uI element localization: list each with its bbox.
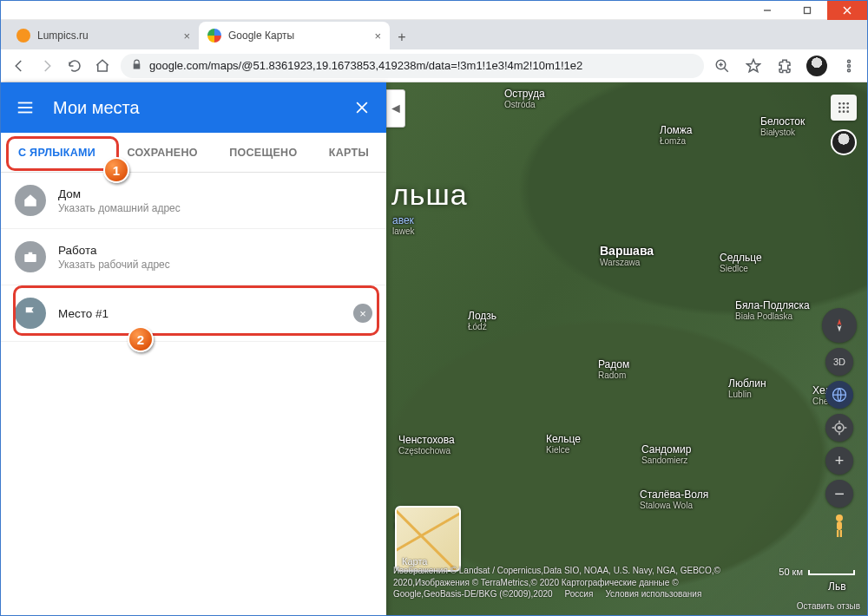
map-label-wloclawek: авекlawek (392, 214, 415, 236)
panel-title: Мои места (53, 98, 334, 118)
place-name: Дом (58, 187, 372, 200)
map-controls-stack: 3D + − (822, 308, 857, 539)
panel-header: Мои места (1, 82, 386, 133)
map-label-stalowa: Сталёва-ВоляStalowa Wola (640, 488, 708, 510)
svg-point-10 (848, 64, 851, 67)
map-label-country: льша (391, 178, 468, 212)
map-label-lublin: ЛюблинLublin (728, 377, 766, 399)
zoom-in-button[interactable]: + (825, 447, 853, 475)
place-name: Работа (58, 244, 372, 257)
place-sub: Указать домашний адрес (58, 202, 372, 214)
flag-icon (15, 298, 46, 329)
map-label-siedlce: СедльцеSiedlce (720, 252, 762, 273)
map-label-bialystok: БелостокBiałystok (760, 115, 805, 137)
zoom-out-button[interactable]: − (825, 480, 853, 508)
svg-point-25 (838, 427, 841, 429)
favicon-lumpics (16, 29, 30, 43)
map-attribution: Изображения © Landsat / Copernicus,Data … (386, 561, 867, 616)
window-minimize-button[interactable] (747, 1, 787, 20)
new-tab-button[interactable]: + (390, 25, 414, 49)
compass-icon[interactable] (822, 308, 857, 343)
3d-toggle-button[interactable]: 3D (825, 348, 853, 376)
svg-marker-8 (747, 59, 760, 71)
place-name: Место #1 (58, 307, 341, 320)
tab-saved[interactable]: СОХРАНЕНО (122, 134, 202, 171)
panel-tabs: С ЯРЛЫКАМИ СОХРАНЕНО ПОСЕЩЕНО КАРТЫ (1, 133, 386, 173)
svg-rect-32 (837, 530, 838, 537)
lock-icon (131, 59, 142, 73)
briefcase-icon (15, 241, 46, 272)
tab-close-button[interactable]: × (183, 29, 190, 43)
map-label-warszawa: ВаршаваWarszawa (600, 244, 654, 267)
browser-window: Lumpics.ru × Google Карты × + google.com… (0, 0, 868, 616)
nav-home-button[interactable] (93, 56, 112, 75)
svg-point-18 (838, 110, 841, 113)
browser-menu-icon[interactable] (839, 56, 858, 75)
map-label-lodz: ЛодзьŁódź (468, 310, 496, 331)
omnibox[interactable]: google.com/maps/@51.8361923,19.1673853,4… (121, 54, 704, 78)
extensions-icon[interactable] (775, 56, 794, 75)
tab-visited[interactable]: ПОСЕЩЕНО (224, 134, 302, 171)
tab-title: Lumpics.ru (37, 29, 176, 42)
svg-point-13 (843, 102, 845, 105)
pegman-icon[interactable] (828, 513, 851, 539)
svg-marker-21 (838, 319, 842, 326)
place-item-work[interactable]: Работа Указать рабочий адрес (1, 229, 386, 285)
globe-icon[interactable] (825, 381, 853, 409)
svg-rect-39 (24, 254, 36, 262)
svg-point-30 (836, 514, 843, 521)
svg-point-11 (848, 69, 851, 71)
window-maximize-button[interactable] (787, 1, 827, 20)
place-item-custom[interactable]: Место #1 × (1, 285, 386, 342)
tab-maps[interactable]: КАРТЫ (324, 134, 374, 171)
close-panel-button[interactable] (352, 97, 372, 118)
tab-google-maps[interactable]: Google Карты × (199, 22, 390, 49)
tab-labeled[interactable]: С ЯРЛЫКАМИ (13, 134, 101, 171)
nav-back-button[interactable] (10, 56, 29, 75)
map-label-biala: Бяла-ПодляскаBiała Podlaska (735, 299, 810, 321)
content-area: льша ОструдаOstróda ЛомжаŁomża БелостокB… (1, 82, 867, 616)
place-list: Дом Указать домашний адрес Работа Указат… (1, 173, 386, 616)
svg-point-16 (843, 107, 845, 109)
window-close-button[interactable] (827, 1, 867, 20)
svg-rect-1 (805, 7, 811, 13)
map-label-ostroda: ОструдаOstróda (504, 88, 545, 109)
my-places-panel: Мои места С ЯРЛЫКАМИ СОХРАНЕНО ПОСЕЩЕНО … (1, 82, 386, 616)
remove-place-button[interactable]: × (353, 304, 372, 323)
nav-reload-button[interactable] (65, 56, 84, 75)
svg-rect-31 (837, 521, 842, 530)
tab-lumpics[interactable]: Lumpics.ru × (8, 22, 199, 49)
my-location-icon[interactable] (825, 414, 853, 442)
svg-point-19 (843, 110, 845, 113)
bookmark-star-icon[interactable] (744, 56, 763, 75)
url-text: google.com/maps/@51.8361923,19.1673853,4… (149, 59, 582, 72)
svg-point-17 (846, 107, 849, 109)
map-label-lomza: ЛомжаŁomża (660, 124, 693, 146)
address-bar: google.com/maps/@51.8361923,19.1673853,4… (1, 49, 867, 82)
svg-point-20 (846, 110, 849, 113)
favicon-gmaps (207, 29, 221, 43)
map-label-radom: РадомRadom (598, 358, 629, 380)
apps-grid-icon[interactable] (831, 95, 857, 121)
tab-strip: Lumpics.ru × Google Карты × + (1, 20, 867, 49)
menu-icon[interactable] (15, 97, 36, 118)
profile-avatar[interactable] (806, 56, 827, 76)
svg-rect-33 (840, 530, 842, 537)
svg-point-9 (848, 60, 851, 62)
svg-marker-22 (838, 325, 842, 332)
window-titlebar (1, 1, 867, 20)
terms-link[interactable]: Условия использования (605, 588, 701, 600)
collapse-panel-button[interactable]: ◄ (386, 89, 405, 128)
tab-close-button[interactable]: × (374, 29, 381, 43)
feedback-link[interactable]: Оставить отзыв (797, 601, 860, 611)
place-sub: Указать рабочий адрес (58, 259, 372, 271)
place-item-home[interactable]: Дом Указать домашний адрес (1, 173, 386, 229)
nav-forward-button[interactable] (37, 56, 56, 75)
zoom-indicator-icon[interactable] (713, 56, 732, 75)
home-icon (15, 185, 46, 216)
map-controls-top (831, 95, 857, 155)
map-label-kielce: КельцеKielce (546, 433, 581, 455)
map-label-czestochowa: ЧенстоховаCzęstochowa (398, 434, 455, 455)
map-profile-avatar[interactable] (831, 129, 857, 155)
tab-title: Google Карты (228, 29, 367, 42)
